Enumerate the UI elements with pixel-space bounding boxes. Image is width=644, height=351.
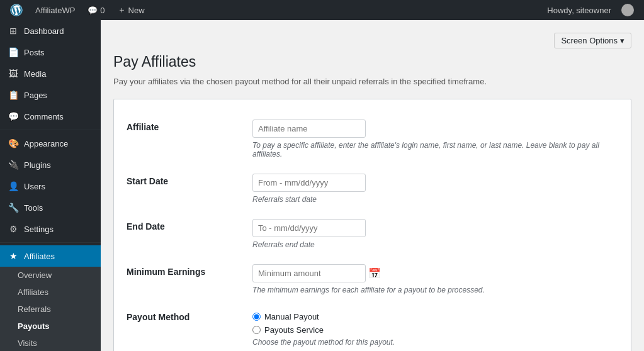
start-date-description: Referrals start date: [252, 195, 618, 204]
payouts-service-radio[interactable]: [252, 326, 261, 334]
affiliate-label: Affiliate: [127, 122, 159, 132]
plugins-icon: 🔌: [8, 159, 19, 170]
wp-logo[interactable]: [5, 4, 28, 16]
min-earnings-label: Minimum Earnings: [127, 267, 205, 277]
sidebar-item-plugins[interactable]: 🔌 Plugins: [0, 154, 101, 176]
min-earnings-wrap: 📅: [252, 264, 618, 282]
sidebar-item-posts[interactable]: 📄 Posts: [0, 42, 101, 63]
end-date-input[interactable]: [252, 219, 366, 237]
min-earnings-input[interactable]: [252, 264, 366, 282]
affiliates-submenu: Overview Affiliates Referrals Payouts Vi…: [0, 267, 101, 351]
manual-payout-radio[interactable]: [252, 313, 261, 321]
howdy-text: Howdy, siteowner: [542, 6, 616, 15]
affiliate-row: Affiliate To pay a specific affiliate, e…: [127, 112, 618, 166]
affiliate-description: To pay a specific affiliate, enter the a…: [252, 141, 618, 159]
payout-method-row: Payout Method Manual Payout Payout: [127, 302, 618, 351]
sidebar-item-affiliates[interactable]: ★ Affiliates: [0, 245, 101, 267]
screen-options-bar: Screen Options ▾: [113, 33, 631, 48]
payouts-service-option[interactable]: Payouts Service: [252, 325, 618, 335]
form-box: Affiliate To pay a specific affiliate, e…: [113, 99, 631, 351]
affiliates-icon: ★: [8, 250, 19, 262]
start-date-label: Start Date: [127, 176, 168, 186]
pay-affiliates-form: Affiliate To pay a specific affiliate, e…: [127, 112, 618, 351]
chevron-down-icon: ▾: [620, 36, 624, 45]
adminbar-site-name[interactable]: AffiliateWP: [30, 0, 80, 20]
tools-icon: 🔧: [8, 202, 19, 213]
sidebar-item-users[interactable]: 👤 Users: [0, 176, 101, 197]
admin-bar: AffiliateWP 💬 0 ＋ New Howdy, siteowner: [0, 0, 644, 20]
manual-payout-option[interactable]: Manual Payout: [252, 312, 618, 321]
user-avatar[interactable]: [616, 0, 639, 20]
affiliate-input[interactable]: [252, 120, 366, 138]
media-icon: 🖼: [8, 68, 19, 79]
start-date-input[interactable]: [252, 174, 366, 192]
sidebar-item-media[interactable]: 🖼 Media: [0, 63, 101, 84]
page-description: Pay your affiliates via the chosen payou…: [113, 77, 631, 86]
sidebar-item-appearance[interactable]: 🎨 Appearance: [0, 133, 101, 154]
posts-icon: 📄: [8, 47, 19, 58]
sidebar-item-pages[interactable]: 📋 Pages: [0, 84, 101, 106]
end-date-description: Referrals end date: [252, 240, 618, 249]
page-title: Pay Affiliates: [113, 53, 631, 70]
settings-icon: ⚙: [8, 223, 19, 235]
payout-method-description: Choose the payout method for this payout…: [252, 338, 618, 347]
sidebar-item-settings[interactable]: ⚙ Settings: [0, 218, 101, 240]
users-icon: 👤: [8, 181, 19, 192]
submenu-visits[interactable]: Visits: [0, 335, 101, 351]
plus-icon: ＋: [118, 4, 126, 16]
menu-separator-2: [0, 242, 101, 243]
sidebar-item-comments[interactable]: 💬 Comments: [0, 106, 101, 127]
dashboard-icon: ⊞: [8, 25, 19, 36]
start-date-row: Start Date Referrals start date: [127, 166, 618, 211]
sidebar-item-dashboard[interactable]: ⊞ Dashboard: [0, 20, 101, 42]
min-earnings-row: Minimum Earnings 📅 The minimum earnings …: [127, 257, 618, 302]
comments-icon: 💬: [8, 111, 19, 122]
appearance-icon: 🎨: [8, 138, 19, 149]
submenu-affiliates[interactable]: Affiliates: [0, 284, 101, 301]
min-earnings-description: The minimum earnings for each affiliate …: [252, 286, 618, 294]
menu-separator-1: [0, 130, 101, 130]
sidebar-item-tools[interactable]: 🔧 Tools: [0, 197, 101, 218]
sidebar: ⊞ Dashboard 📄 Posts 🖼 Media 📋 Pages 💬 Co…: [0, 20, 101, 351]
main-content: Screen Options ▾ Pay Affiliates Pay your…: [101, 20, 644, 351]
submenu-overview[interactable]: Overview: [0, 267, 101, 284]
payout-method-label: Payout Method: [127, 312, 189, 322]
adminbar-comments[interactable]: 💬 0: [82, 0, 110, 20]
comments-icon: 💬: [88, 6, 98, 15]
submenu-referrals[interactable]: Referrals: [0, 301, 101, 318]
adminbar-new[interactable]: ＋ New: [113, 0, 150, 20]
payout-method-radio-group: Manual Payout Payouts Service: [252, 312, 618, 335]
submenu-payouts[interactable]: Payouts: [0, 318, 101, 335]
end-date-label: End Date: [127, 221, 165, 231]
screen-options-button[interactable]: Screen Options ▾: [554, 33, 631, 48]
pages-icon: 📋: [8, 89, 19, 101]
end-date-row: End Date Referrals end date: [127, 211, 618, 257]
calendar-icon[interactable]: 📅: [368, 267, 381, 279]
